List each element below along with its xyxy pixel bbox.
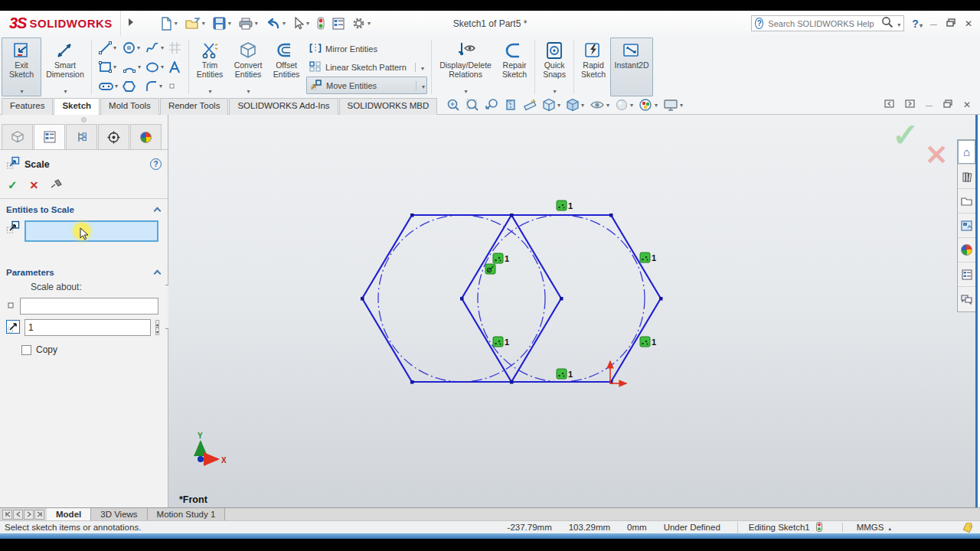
doc-close-button[interactable] [963, 99, 971, 110]
graphics-viewport[interactable]: 1 1 1 1 1 [168, 115, 978, 507]
smart-dimension-button[interactable]: Smart Dimension [41, 37, 89, 96]
move-entities-button[interactable]: Move Entities [306, 77, 427, 94]
tab-motion-study[interactable]: Motion Study 1 [148, 508, 226, 520]
scale-about-point-input[interactable] [20, 298, 158, 315]
search-box[interactable] [751, 15, 904, 31]
offset-entities-button[interactable]: Offset Entities [268, 37, 305, 96]
tab-3d-views[interactable]: 3D Views [91, 508, 147, 520]
move-entities-flyout[interactable] [416, 81, 425, 90]
arc-tool-button[interactable] [121, 60, 142, 73]
hide-show-items-icon[interactable] [590, 99, 609, 111]
first-tab-nav-icon[interactable] [2, 510, 12, 520]
tab-features[interactable]: Features [2, 98, 53, 115]
appearances-scenes-icon[interactable] [958, 238, 975, 262]
rapid-sketch-button[interactable]: Rapid Sketch [577, 37, 610, 96]
tab-model[interactable]: Model [47, 508, 91, 520]
linear-pattern-flyout[interactable] [415, 63, 424, 72]
measure-icon[interactable] [523, 98, 537, 112]
parameters-header[interactable]: Parameters [0, 262, 168, 280]
open-button[interactable] [183, 16, 207, 31]
home-tab-icon[interactable] [958, 140, 975, 165]
new-document-button[interactable] [158, 15, 180, 32]
tab-solidworks-mbd[interactable]: SOLIDWORKS MBD [339, 98, 438, 115]
pattern-relation-badge[interactable]: 1 [640, 337, 656, 347]
pattern-relation-badge[interactable]: 1 [557, 369, 573, 379]
display-delete-flyout[interactable] [464, 85, 468, 96]
save-button[interactable] [211, 15, 234, 31]
smart-dimension-flyout[interactable] [63, 85, 67, 96]
sketch-grid-icon[interactable] [167, 41, 183, 55]
entities-to-scale-input[interactable] [24, 220, 158, 242]
doc-restore-button[interactable] [943, 99, 952, 110]
circle-tool-button[interactable] [121, 41, 142, 55]
rectangle-tool-button[interactable] [97, 60, 119, 73]
select-tool-button[interactable] [291, 15, 312, 31]
line-tool-button[interactable] [97, 41, 119, 55]
quick-snaps-button[interactable]: Quick Snaps [537, 37, 571, 96]
instant2d-button[interactable]: Instant2D [610, 37, 653, 96]
pm-help-icon[interactable] [150, 158, 162, 170]
panel-resize-handle[interactable] [0, 115, 168, 124]
scale-factor-spinner[interactable] [155, 320, 159, 335]
zoom-to-fit-icon[interactable] [446, 98, 460, 112]
tag-icon[interactable] [962, 523, 974, 534]
last-tab-nav-icon[interactable] [34, 510, 44, 520]
zoom-to-area-icon[interactable] [466, 98, 479, 112]
restore-button[interactable] [946, 18, 956, 29]
spinner-down-icon[interactable] [155, 328, 159, 335]
convert-entities-button[interactable]: Convert Entities [228, 37, 268, 96]
units-selector[interactable]: MMGS [842, 523, 891, 532]
tangent-relation-badge[interactable] [485, 264, 495, 274]
linear-pattern-button[interactable]: Linear Sketch Pattern [306, 58, 427, 76]
tab-displaymanager[interactable] [130, 124, 162, 149]
search-input[interactable] [766, 18, 878, 29]
file-explorer-icon[interactable] [958, 189, 975, 214]
report-options-icon[interactable] [330, 16, 347, 31]
text-tool-button[interactable] [167, 60, 183, 74]
pattern-relation-badge[interactable]: 1 [557, 201, 573, 210]
pm-pin-icon[interactable] [51, 179, 63, 192]
print-button[interactable] [237, 16, 260, 31]
tab-dimxpertmanager[interactable] [98, 124, 129, 149]
doc-minimize-button[interactable] [926, 99, 933, 110]
next-tab-nav-icon[interactable] [24, 510, 34, 520]
exit-sketch-button[interactable]: Exit Sketch [2, 37, 41, 96]
exit-sketch-flyout[interactable] [19, 85, 23, 96]
copy-checkbox[interactable] [21, 345, 31, 355]
sketch-vertex-points[interactable] [361, 214, 663, 384]
previous-view-icon[interactable] [485, 98, 498, 112]
spinner-up-icon[interactable] [155, 320, 159, 328]
options-gear-button[interactable] [350, 15, 373, 31]
pm-cancel-button[interactable] [30, 179, 39, 191]
tab-configurationmanager[interactable] [66, 124, 97, 149]
slot-tool-button[interactable] [97, 81, 119, 92]
ellipse-tool-button[interactable] [144, 60, 165, 74]
tab-sketch[interactable]: Sketch [54, 98, 100, 115]
search-options-caret[interactable] [897, 18, 900, 29]
scale-factor-input[interactable] [24, 319, 151, 336]
pane-left-icon[interactable] [884, 99, 894, 110]
pattern-relation-badge[interactable]: 1 [640, 253, 656, 262]
pattern-relation-badge[interactable]: 1 [493, 337, 509, 347]
tab-mold-tools[interactable]: Mold Tools [100, 98, 159, 115]
pattern-relation-badge[interactable]: 1 [493, 253, 509, 263]
tab-render-tools[interactable]: Render Tools [160, 98, 229, 115]
pane-right-icon[interactable] [905, 99, 915, 110]
solidworks-forum-icon[interactable] [958, 287, 975, 311]
display-delete-relations-button[interactable]: Display/Delete Relations [434, 37, 497, 96]
tab-featuremanager-tree[interactable] [2, 124, 33, 149]
entities-to-scale-header[interactable]: Entities to Scale [0, 199, 168, 217]
view-orientation-icon[interactable] [542, 98, 560, 112]
pm-ok-button[interactable] [8, 178, 18, 192]
trim-entities-button[interactable]: Trim Entities [191, 37, 228, 96]
quick-snaps-flyout[interactable] [553, 85, 557, 96]
fillet-tool-button[interactable] [144, 80, 165, 93]
undo-button[interactable] [263, 16, 288, 31]
sketch-canvas[interactable]: 1 1 1 1 1 [168, 115, 975, 507]
view-settings-icon[interactable] [663, 99, 683, 112]
spline-tool-button[interactable] [144, 41, 165, 55]
polygon-tool-button[interactable] [121, 80, 142, 93]
display-style-icon[interactable] [566, 98, 584, 112]
close-button[interactable] [965, 18, 972, 29]
custom-properties-icon[interactable] [958, 262, 975, 287]
